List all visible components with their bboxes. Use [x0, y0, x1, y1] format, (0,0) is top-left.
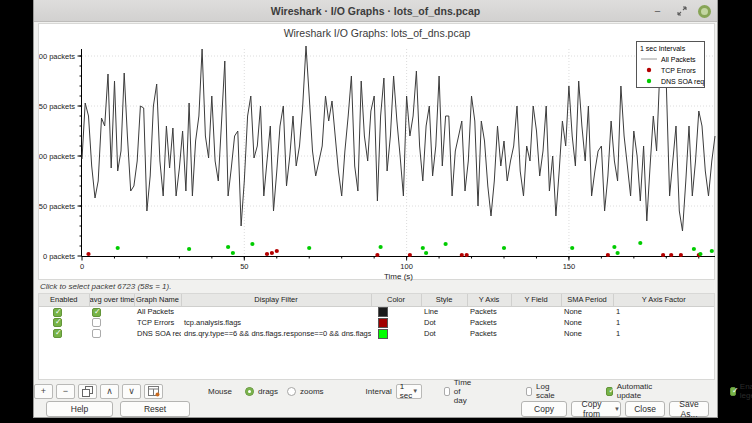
enabled-checkbox[interactable] — [53, 318, 62, 327]
style-cell[interactable]: Line — [421, 306, 467, 317]
enabled-cell[interactable] — [39, 306, 89, 317]
column-header-enabled: Enabled — [39, 294, 89, 306]
remove-graph-button[interactable]: − — [56, 384, 75, 399]
color-swatch[interactable] — [378, 318, 388, 328]
graph-row[interactable]: All PacketsLinePacketsNone1 — [39, 306, 714, 317]
mouse-options: dragszooms — [236, 387, 324, 396]
close-button[interactable]: Close — [625, 401, 665, 417]
svg-text:0: 0 — [80, 262, 84, 271]
window-title: Wireshark · I/O Graphs · lots_of_dns.pca… — [271, 5, 480, 17]
column-header-avg-over-time: avg over time — [89, 294, 134, 306]
color-cell[interactable] — [371, 328, 421, 339]
move-up-button[interactable]: ∧ — [100, 384, 119, 399]
plot-legend: 1 sec IntervalsAll PacketsTCP ErrorsDNS … — [637, 42, 705, 88]
interval-label: Interval — [366, 387, 392, 396]
svg-text:All Packets: All Packets — [661, 56, 696, 63]
maximize-icon[interactable] — [674, 4, 689, 19]
chevron-down-icon: ▼ — [412, 388, 418, 394]
checkbox-automatic-update[interactable]: Automatic update — [606, 382, 655, 400]
display-filter-cell[interactable]: tcp.analysis.flags — [181, 317, 371, 328]
graph-name-cell[interactable]: All Packets — [134, 306, 181, 317]
copy-button[interactable]: Copy — [521, 401, 567, 417]
avg-over-time-checkbox[interactable] — [92, 329, 101, 338]
interval-select[interactable]: 1 sec ▼ — [396, 384, 422, 399]
io-graph-plot[interactable]: Wireshark I/O Graphs: lots_of_dns.pcap0 … — [38, 23, 715, 280]
y-axis-factor-cell[interactable]: 1 — [613, 306, 714, 317]
column-header-y-field: Y Field — [511, 294, 561, 306]
enabled-checkbox[interactable] — [53, 308, 62, 317]
svg-text:150 packets: 150 packets — [39, 102, 75, 111]
svg-text:100 packets: 100 packets — [39, 152, 75, 161]
checkbox-enable-legend[interactable]: Enable legend — [730, 382, 752, 400]
color-swatch[interactable] — [378, 329, 388, 339]
avg-over-time-checkbox[interactable] — [92, 308, 101, 317]
y-axis-factor-cell[interactable]: 1 — [613, 317, 714, 328]
column-header-color: Color — [371, 294, 421, 306]
svg-text:DNS SOA req: DNS SOA req — [661, 78, 704, 86]
color-swatch[interactable] — [378, 307, 388, 317]
display-filter-cell[interactable]: dns.qry.type==6 && dns.flags.response==0… — [181, 328, 371, 339]
toolbar-buttons: +−∧∨ — [34, 384, 166, 399]
column-header-sma-period: SMA Period — [561, 294, 613, 306]
color-cell[interactable] — [371, 306, 421, 317]
avg-over-time-checkbox[interactable] — [92, 318, 101, 327]
checkbox-icon — [444, 387, 450, 396]
title-bar[interactable]: Wireshark · I/O Graphs · lots_of_dns.pca… — [34, 0, 717, 22]
avg-over-time-cell[interactable] — [89, 306, 134, 317]
graph-name-cell[interactable]: TCP Errors — [134, 317, 181, 328]
io-graphs-window: Wireshark · I/O Graphs · lots_of_dns.pca… — [33, 0, 718, 418]
sma-period-cell[interactable]: None — [561, 328, 613, 339]
add-graph-button[interactable]: + — [34, 384, 53, 399]
plot-hint-text: Click to select packet 6723 (58s = 1). — [40, 282, 171, 291]
sma-period-cell[interactable]: None — [561, 317, 613, 328]
svg-text:200 packets: 200 packets — [39, 52, 75, 61]
copy-from-button[interactable]: Copy from▼ — [571, 401, 621, 417]
enabled-checkbox[interactable] — [53, 329, 62, 338]
column-header-style: Style — [421, 294, 467, 306]
y-field-cell[interactable] — [511, 317, 561, 328]
y-axis-factor-cell[interactable]: 1 — [613, 328, 714, 339]
radio-icon — [287, 387, 296, 396]
column-header-y-axis: Y Axis — [467, 294, 511, 306]
y-axis-cell[interactable]: Packets — [467, 317, 511, 328]
minimize-icon[interactable]: − — [650, 4, 665, 19]
y-field-cell[interactable] — [511, 306, 561, 317]
reset-button[interactable]: Reset — [120, 401, 190, 417]
series-tcp-errors — [86, 249, 701, 257]
checkbox-icon — [606, 387, 612, 396]
graphs-table: Enabledavg over timeGraph NameDisplay Fi… — [38, 293, 715, 380]
mouse-radio-zooms[interactable]: zooms — [287, 387, 324, 396]
enabled-cell[interactable] — [39, 328, 89, 339]
move-down-button[interactable]: ∨ — [122, 384, 141, 399]
style-cell[interactable]: Dot — [421, 328, 467, 339]
display-filter-cell[interactable] — [181, 306, 371, 317]
y-axis-cell[interactable]: Packets — [467, 306, 511, 317]
screen: Wireshark · I/O Graphs · lots_of_dns.pca… — [0, 0, 752, 423]
avg-over-time-cell[interactable] — [89, 328, 134, 339]
column-header-display-filter: Display Filter — [181, 294, 371, 306]
style-cell[interactable]: Dot — [421, 317, 467, 328]
legend-title: 1 sec Intervals — [640, 45, 686, 52]
graph-row[interactable]: TCP Errorstcp.analysis.flagsDotPacketsNo… — [39, 317, 714, 328]
avg-over-time-cell[interactable] — [89, 317, 134, 328]
y-field-cell[interactable] — [511, 328, 561, 339]
graph-row[interactable]: DNS SOA reqdns.qry.type==6 && dns.flags.… — [39, 328, 714, 339]
y-axis-cell[interactable]: Packets — [467, 328, 511, 339]
radio-icon — [245, 387, 254, 396]
sma-period-cell[interactable]: None — [561, 306, 613, 317]
mouse-radio-drags[interactable]: drags — [245, 387, 278, 396]
checkbox-log-scale[interactable]: Log scale — [526, 382, 558, 400]
graph-name-cell[interactable]: DNS SOA req — [134, 328, 181, 339]
svg-text:50 packets: 50 packets — [39, 202, 75, 211]
color-cell[interactable] — [371, 317, 421, 328]
chevron-down-icon: ▼ — [614, 406, 620, 412]
io-graph-svg[interactable]: Wireshark I/O Graphs: lots_of_dns.pcap0 … — [39, 24, 716, 281]
save-as-button[interactable]: Save As... — [669, 401, 709, 417]
close-icon[interactable] — [698, 5, 711, 18]
window-controls: − — [650, 0, 711, 22]
checkbox-icon — [730, 387, 736, 396]
help-button[interactable]: Help — [46, 401, 113, 417]
enabled-cell[interactable] — [39, 317, 89, 328]
duplicate-graph-button[interactable] — [78, 384, 97, 399]
clear-graphs-button[interactable] — [144, 384, 163, 399]
